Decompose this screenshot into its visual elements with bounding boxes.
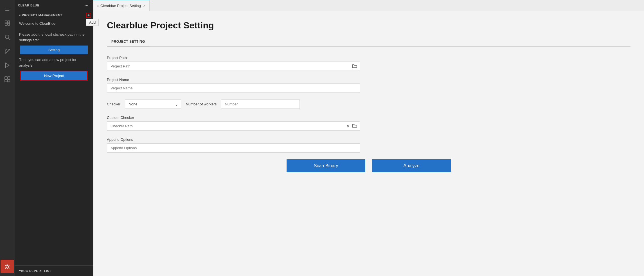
svg-rect-2 bbox=[5, 23, 7, 25]
main-area: ≡ Clearblue Project Setting × Clearblue … bbox=[93, 0, 644, 276]
checker-select[interactable]: None Coverity Klocwork Custom bbox=[125, 99, 181, 109]
svg-line-18 bbox=[9, 265, 10, 266]
explorer-icon[interactable] bbox=[1, 16, 14, 30]
extensions-icon[interactable] bbox=[1, 73, 14, 86]
svg-point-4 bbox=[5, 35, 9, 39]
sidebar-content: Welcome to ClearBlue. Please add the loc… bbox=[15, 19, 93, 265]
svg-point-8 bbox=[8, 49, 10, 50]
svg-point-6 bbox=[5, 49, 6, 50]
append-options-input[interactable] bbox=[107, 143, 360, 153]
scan-binary-button[interactable]: Scan Binary bbox=[287, 159, 365, 172]
instruction-text-2: Then you can add a new project for analy… bbox=[19, 57, 89, 68]
project-path-input[interactable] bbox=[107, 62, 360, 71]
project-name-group: Project Name bbox=[107, 78, 360, 93]
workers-input[interactable] bbox=[221, 99, 300, 109]
project-name-input-wrapper bbox=[107, 83, 360, 93]
checker-workers-row: Checker None Coverity Klocwork Custom Nu… bbox=[107, 99, 360, 109]
workers-label: Number of workers bbox=[186, 102, 217, 106]
svg-rect-11 bbox=[5, 77, 7, 79]
project-name-label: Project Name bbox=[107, 78, 360, 82]
section-tabs: PROJECT SETTING bbox=[107, 37, 631, 47]
svg-line-21 bbox=[5, 268, 6, 269]
instruction-text-1: Please add the local cbcheck path in the… bbox=[19, 32, 89, 43]
sidebar-header: CLEAR BLUE ··· bbox=[15, 0, 93, 11]
tab-label: Clearblue Project Setting bbox=[100, 4, 141, 8]
svg-rect-1 bbox=[8, 21, 10, 23]
tab-bar: ≡ Clearblue Project Setting × bbox=[93, 0, 644, 11]
custom-checker-group: Custom Checker ✕ bbox=[107, 116, 360, 131]
project-path-group: Project Path bbox=[107, 56, 360, 71]
add-project-button[interactable]: + bbox=[86, 13, 91, 18]
append-options-input-wrapper bbox=[107, 143, 360, 153]
welcome-text: Welcome to ClearBlue. bbox=[19, 21, 89, 26]
project-name-input[interactable] bbox=[107, 83, 360, 93]
setting-button[interactable]: Setting bbox=[20, 46, 88, 54]
sidebar-app-title: CLEAR BLUE bbox=[18, 4, 39, 7]
sidebar-footer: ▾ BUG REPORT LIST bbox=[15, 265, 93, 276]
project-path-input-wrapper bbox=[107, 62, 360, 71]
append-options-label: Append Options bbox=[107, 137, 360, 142]
section-label: PROJECT MANAGEMENT bbox=[22, 13, 62, 17]
analyze-button[interactable]: Analyze bbox=[372, 159, 451, 172]
svg-line-5 bbox=[8, 38, 10, 40]
svg-line-22 bbox=[9, 268, 10, 269]
bug-icon[interactable] bbox=[1, 260, 14, 273]
custom-checker-label: Custom Checker bbox=[107, 116, 360, 120]
svg-line-19 bbox=[5, 267, 6, 267]
content-area: Clearblue Project Setting PROJECT SETTIN… bbox=[93, 11, 644, 276]
chevron-down-icon: ▾ bbox=[19, 14, 21, 17]
sidebar-more-button[interactable]: ··· bbox=[83, 2, 90, 8]
project-path-label: Project Path bbox=[107, 56, 360, 60]
clear-icon[interactable]: ✕ bbox=[346, 124, 350, 128]
svg-marker-10 bbox=[6, 63, 9, 68]
tab-project-setting-section[interactable]: PROJECT SETTING bbox=[107, 37, 150, 46]
folder-icon-path bbox=[352, 64, 357, 69]
sidebar: CLEAR BLUE ··· ▾ PROJECT MANAGEMENT + Ad… bbox=[15, 0, 93, 276]
svg-point-15 bbox=[6, 265, 8, 268]
tab-icon: ≡ bbox=[97, 4, 99, 8]
run-icon[interactable] bbox=[1, 58, 14, 72]
checker-select-wrapper: None Coverity Klocwork Custom bbox=[125, 99, 181, 109]
svg-line-20 bbox=[9, 267, 10, 267]
checker-path-input-wrapper: ✕ bbox=[107, 121, 360, 131]
bug-report-label: BUG REPORT LIST bbox=[21, 269, 51, 273]
add-tooltip: Add bbox=[86, 19, 99, 26]
bottom-actions: Scan Binary Analyze bbox=[107, 159, 631, 172]
svg-rect-13 bbox=[5, 80, 7, 82]
append-options-group: Append Options bbox=[107, 137, 360, 153]
svg-rect-12 bbox=[8, 77, 10, 79]
checker-path-icons: ✕ bbox=[346, 123, 357, 129]
tab-project-setting[interactable]: ≡ Clearblue Project Setting × bbox=[93, 0, 150, 11]
checker-label: Checker bbox=[107, 102, 120, 106]
svg-rect-14 bbox=[8, 80, 10, 82]
menu-icon[interactable]: ☰ bbox=[1, 2, 14, 16]
activity-bar: ☰ bbox=[0, 0, 15, 276]
svg-line-17 bbox=[5, 265, 6, 266]
project-management-section[interactable]: ▾ PROJECT MANAGEMENT bbox=[17, 12, 65, 18]
svg-rect-3 bbox=[8, 23, 10, 25]
project-setting-form: Project Path Project Name bbox=[107, 56, 360, 153]
svg-rect-0 bbox=[5, 21, 7, 23]
new-project-button[interactable]: New Project bbox=[20, 71, 88, 81]
bug-report-section[interactable]: ▾ BUG REPORT LIST bbox=[17, 268, 91, 274]
page-title: Clearblue Project Setting bbox=[107, 20, 631, 31]
tab-close-button[interactable]: × bbox=[143, 3, 146, 8]
search-icon[interactable] bbox=[1, 30, 14, 44]
scm-icon[interactable] bbox=[1, 44, 14, 58]
checker-path-input[interactable] bbox=[107, 121, 360, 131]
folder-icon-checker[interactable] bbox=[352, 123, 357, 129]
add-button-wrapper: + Add bbox=[86, 13, 91, 18]
